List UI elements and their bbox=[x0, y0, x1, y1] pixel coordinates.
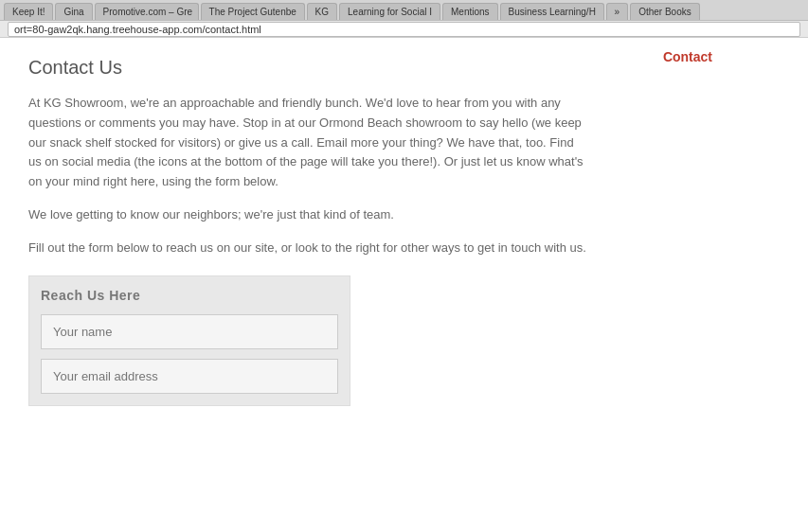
tab-more[interactable]: » bbox=[606, 3, 629, 20]
tab-business[interactable]: Business Learning/H bbox=[500, 3, 604, 20]
email-input[interactable] bbox=[41, 359, 338, 394]
url-bar[interactable]: ort=80-gaw2qk.hang.treehouse-app.com/con… bbox=[8, 22, 800, 37]
tab-learning[interactable]: Learning for Social I bbox=[339, 3, 440, 20]
tab-keepit[interactable]: Keep It! bbox=[4, 3, 53, 20]
tab-gutenberg[interactable]: The Project Gutenbe bbox=[201, 3, 305, 20]
tab-otherbooks[interactable]: Other Books bbox=[630, 3, 700, 20]
tab-gina[interactable]: Gina bbox=[55, 3, 92, 20]
intro-paragraph-2: We love getting to know our neighbors; w… bbox=[28, 205, 587, 225]
browser-tabs: Keep It! Gina Promotive.com – Gre The Pr… bbox=[0, 0, 808, 21]
contact-form-section: Reach Us Here bbox=[28, 275, 350, 406]
tab-kg[interactable]: KG bbox=[307, 3, 337, 20]
intro-paragraph-3: Fill out the form below to reach us on o… bbox=[28, 239, 587, 258]
browser-bar: ort=80-gaw2qk.hang.treehouse-app.com/con… bbox=[0, 21, 808, 38]
intro-paragraph-1: At KG Showroom, we're an approachable an… bbox=[28, 94, 587, 192]
name-input[interactable] bbox=[41, 314, 338, 349]
tab-promotive[interactable]: Promotive.com – Gre bbox=[95, 3, 199, 20]
tab-mentions[interactable]: Mentions bbox=[442, 3, 498, 20]
page-title: Contact Us bbox=[28, 57, 587, 79]
page-wrapper: Contact Us At KG Showroom, we're an appr… bbox=[0, 38, 808, 532]
right-sidebar: Contact bbox=[616, 38, 720, 532]
form-section-title: Reach Us Here bbox=[41, 288, 338, 303]
main-content: Contact Us At KG Showroom, we're an appr… bbox=[0, 38, 616, 532]
contact-sidebar-label: Contact bbox=[623, 45, 712, 64]
